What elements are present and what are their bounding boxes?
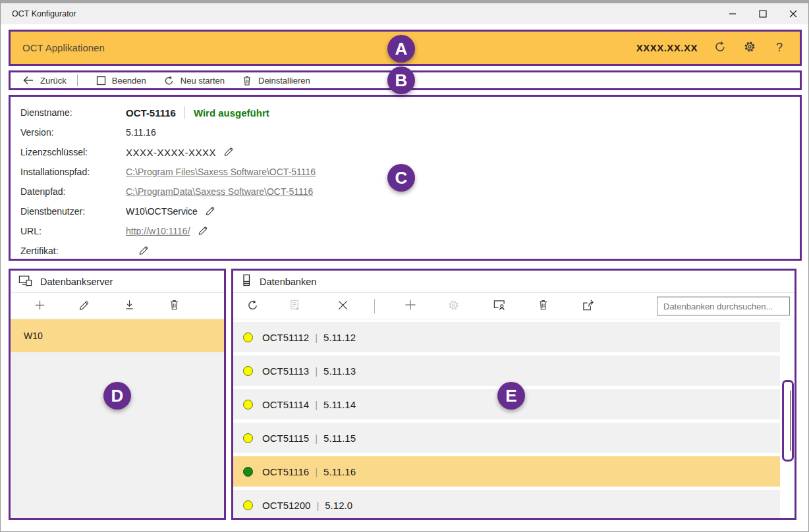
refresh-icon (713, 40, 727, 55)
server-list-empty-area (11, 352, 224, 518)
database-version: 5.11.14 (323, 399, 356, 410)
scrollbar-annotation-outline (782, 380, 794, 462)
trash-icon (538, 299, 549, 313)
db-toolbar (233, 293, 795, 319)
close-icon (789, 10, 797, 18)
database-list-item[interactable]: OCT51112 | 5.11.12 (233, 322, 780, 352)
service-url-link[interactable]: http://w10:1116/ (126, 226, 190, 236)
db-panel-header: Datenbanken (233, 271, 795, 293)
minimize-button[interactable] (717, 3, 748, 24)
settings-button[interactable] (742, 41, 757, 55)
annotation-badge-a: A (387, 35, 415, 63)
annotation-badge-d: D (103, 382, 131, 410)
trash-icon (242, 75, 252, 86)
back-label: Zurück (40, 76, 67, 86)
annotation-badge-c: C (387, 164, 415, 192)
window-controls (717, 3, 808, 24)
database-version: 5.11.16 (323, 466, 356, 477)
search-input[interactable] (657, 296, 790, 315)
status-dot (243, 467, 253, 477)
field-label: Installationspfad: (20, 167, 126, 177)
title-bar[interactable]: OCT Konfigurator (1, 3, 808, 24)
uninstall-button[interactable]: Deinstallieren (242, 75, 310, 86)
edit-pencil-icon (138, 244, 150, 257)
database-name: OCT51200 (262, 500, 310, 511)
field-label: Lizenzschlüssel: (20, 147, 126, 157)
close-button[interactable] (778, 3, 808, 24)
help-button[interactable]: ? (772, 41, 787, 55)
database-list-item[interactable]: OCT51200 | 5.12.0 (233, 490, 780, 518)
trash-icon (169, 299, 180, 313)
refresh-button[interactable] (713, 41, 727, 55)
database-icon (241, 274, 252, 289)
database-name: OCT51115 (262, 433, 309, 444)
database-list: OCT51112 | 5.11.12 OCT51113 | 5.11.13 OC… (233, 319, 795, 518)
add-server-button[interactable] (32, 299, 47, 313)
minimize-icon (729, 10, 737, 18)
db-settings-button[interactable] (446, 299, 460, 313)
version-value: 5.11.16 (126, 127, 156, 138)
status-dot (243, 400, 253, 410)
edit-certificate-button[interactable] (138, 244, 150, 257)
add-database-button[interactable] (403, 299, 418, 313)
devices-icon (18, 275, 32, 289)
edit-service-user-button[interactable] (205, 205, 216, 218)
status-dot (243, 366, 253, 376)
add-icon (34, 299, 46, 313)
field-label: Datenpfad: (20, 186, 126, 197)
database-version: 5.12.0 (325, 500, 352, 511)
server-list-item[interactable]: W10 (11, 319, 224, 352)
script-add-button[interactable] (287, 299, 302, 313)
delete-database-button[interactable] (536, 299, 550, 313)
uninstall-label: Deinstallieren (258, 76, 310, 86)
edit-pencil-icon (205, 205, 216, 218)
name-version-divider: | (315, 365, 318, 377)
close-x-icon (337, 300, 349, 313)
data-path-link[interactable]: C:\ProgramData\Saxess Software\OCT-51116 (126, 186, 313, 197)
back-button[interactable]: Zurück (22, 75, 67, 86)
refresh-db-button[interactable] (245, 299, 260, 313)
server-panel-header: Datenbankserver (11, 271, 224, 293)
database-list-item[interactable]: OCT51115 | 5.11.15 (233, 423, 780, 453)
toolbar-separator (77, 74, 78, 86)
user-session-icon (493, 299, 506, 313)
license-key-value: XXXX-XXXX-XXXX (126, 147, 216, 158)
database-list-item[interactable]: OCT51116 | 5.11.16 (233, 456, 780, 487)
service-status-badge: Wird ausgeführt (194, 107, 269, 119)
database-list-item[interactable]: OCT51113 | 5.11.13 (233, 356, 780, 386)
edit-license-button[interactable] (223, 146, 235, 159)
status-dot (243, 433, 253, 443)
scrollbar-thumb[interactable] (790, 390, 791, 451)
annotation-badge-e: E (497, 382, 525, 410)
refresh-icon (246, 299, 259, 313)
detail-row-zertifikat: Zertifikat: (11, 241, 800, 261)
restart-service-button[interactable]: Neu starten (163, 75, 225, 86)
page-title: OCT Applikationen (22, 42, 105, 53)
export-database-button[interactable] (581, 299, 596, 313)
detail-row-dienstbenutzer: Dienstbenutzer: W10\OCTService (11, 201, 800, 221)
server-toolbar (11, 293, 224, 319)
db-sessions-button[interactable] (492, 299, 507, 313)
detail-row-version: Version: 5.11.16 (11, 122, 800, 142)
db-panel-title: Datenbanken (260, 277, 316, 287)
status-dot (243, 500, 253, 510)
field-label: URL: (20, 226, 126, 236)
name-version-divider: | (315, 399, 318, 410)
field-label: Version: (20, 127, 126, 138)
edit-url-button[interactable] (198, 225, 209, 238)
field-label: Dienstbenutzer: (20, 206, 126, 217)
detail-row-url: URL: http://w10:1116/ (11, 221, 800, 241)
status-divider (184, 106, 185, 119)
maximize-button[interactable] (748, 3, 778, 24)
stop-service-button[interactable]: Beenden (96, 76, 146, 86)
download-icon (124, 299, 135, 313)
close-db-button[interactable] (335, 299, 350, 313)
delete-server-button[interactable] (167, 299, 181, 313)
edit-server-button[interactable] (77, 299, 92, 313)
service-user-value: W10\OCTService (126, 206, 198, 217)
server-panel-title: Datenbankserver (40, 277, 113, 287)
import-server-button[interactable] (122, 299, 136, 313)
back-arrow-icon (22, 75, 34, 86)
detail-row-lizenzschluessel: Lizenzschlüssel: XXXX-XXXX-XXXX (11, 142, 800, 162)
install-path-link[interactable]: C:\Program Files\Saxess Software\OCT-511… (126, 167, 316, 177)
